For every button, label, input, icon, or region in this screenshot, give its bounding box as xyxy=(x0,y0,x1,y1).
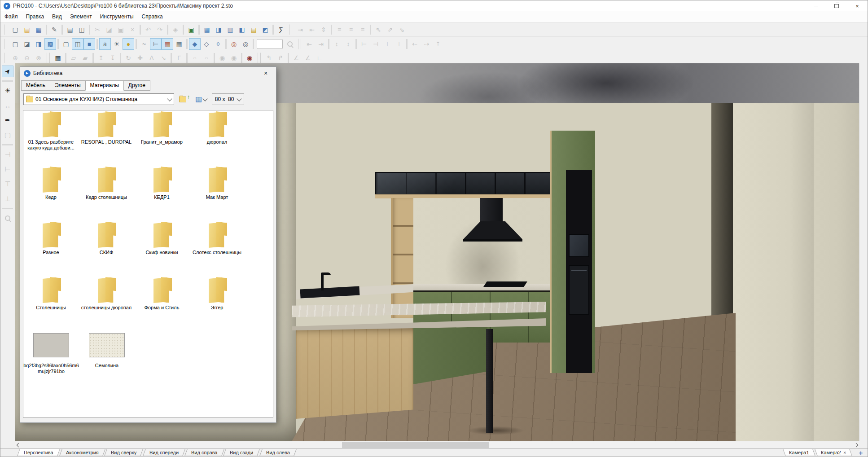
curve-button[interactable]: ~ xyxy=(138,38,150,50)
folder-item[interactable]: RESOPAL , DUROPAL xyxy=(79,110,134,166)
zoom-value-box[interactable] xyxy=(257,39,283,49)
redo-button[interactable]: ↷ xyxy=(154,24,166,35)
delete-button[interactable]: × xyxy=(127,24,138,35)
copy-button[interactable]: ◪ xyxy=(103,24,115,35)
separator[interactable] xyxy=(171,53,172,63)
snap-2-button[interactable]: ⇗ xyxy=(384,24,396,35)
separator[interactable] xyxy=(214,53,215,63)
folder-item[interactable]: столешницы дюропал xyxy=(79,276,134,331)
torus-button[interactable]: ◎ xyxy=(228,38,240,50)
separator[interactable] xyxy=(136,39,137,49)
push-right-button[interactable]: ⊖ xyxy=(21,52,33,64)
minimize-button[interactable] xyxy=(806,0,826,11)
group-button[interactable]: ▱ xyxy=(68,52,79,64)
diamond-outline-button[interactable]: ◇ xyxy=(201,38,212,50)
separator[interactable] xyxy=(183,25,184,35)
angle-button[interactable]: ∠ xyxy=(290,52,302,64)
camera-tab[interactable]: Камера2× xyxy=(815,449,852,456)
rotate-button[interactable]: ↻ xyxy=(123,52,134,64)
mirror-button[interactable]: Δ xyxy=(146,52,158,64)
separator[interactable] xyxy=(406,39,408,49)
view-sketch-button[interactable]: ◪ xyxy=(21,38,33,50)
wall-up-button[interactable]: ↰ xyxy=(263,52,275,64)
profile-button[interactable]: Г xyxy=(173,52,185,64)
properties-button[interactable]: ✎ xyxy=(48,24,60,35)
library-tab[interactable]: Материалы xyxy=(85,80,124,91)
grip[interactable] xyxy=(4,39,7,49)
add-camera-button[interactable]: + xyxy=(856,449,865,457)
price-list-button[interactable]: ◩ xyxy=(259,24,271,35)
zoom-button[interactable] xyxy=(284,38,296,50)
snap-grid-button[interactable]: ▦ xyxy=(173,38,185,50)
library-tab[interactable]: Другое xyxy=(123,80,150,91)
camera-tab[interactable]: Камера1 xyxy=(783,449,815,456)
folder-item[interactable]: СКИФ xyxy=(79,221,134,276)
folder-item[interactable]: Слотекс столешницы xyxy=(189,221,245,276)
angle-2-button[interactable]: ∠ xyxy=(302,52,314,64)
elements-list-button[interactable]: ▤ xyxy=(248,24,259,35)
view-tab[interactable]: Вид спереди xyxy=(143,449,185,456)
separator[interactable] xyxy=(46,25,47,35)
save-button[interactable]: ▦ xyxy=(33,24,44,35)
diamond-filled-button[interactable]: ◆ xyxy=(189,38,201,50)
menu-item[interactable]: Правка xyxy=(22,12,48,22)
dimension-tool[interactable]: ↔ xyxy=(2,100,13,111)
grid-button[interactable]: ▦ xyxy=(162,38,173,50)
menu-item[interactable]: Элемент xyxy=(66,12,96,22)
grip[interactable] xyxy=(4,53,7,63)
snap-3-button[interactable]: ⇘ xyxy=(396,24,408,35)
folder-item[interactable]: Кедр столешницы xyxy=(79,166,134,221)
push-left-button[interactable]: ⊕ xyxy=(9,52,21,64)
view-tab[interactable]: Вид слева xyxy=(259,449,297,456)
report-button[interactable]: ▦ xyxy=(201,24,213,35)
separator[interactable] xyxy=(167,25,168,35)
folder-item[interactable]: Гранит_и_мрамор xyxy=(134,110,189,166)
ellipse-button[interactable]: ○ xyxy=(189,52,201,64)
level-3-button[interactable]: ≡ xyxy=(357,24,368,35)
separator[interactable] xyxy=(253,39,254,49)
folder-path-dropdown[interactable]: 01 Основное для КУХНИ\2) Столешница xyxy=(23,93,174,105)
separator[interactable] xyxy=(198,25,200,35)
separator[interactable] xyxy=(65,53,66,63)
view-color-button[interactable]: ◨ xyxy=(33,38,44,50)
ellipse-2-button[interactable]: ○ xyxy=(201,52,212,64)
align-right-tool[interactable]: ⊢ xyxy=(2,163,13,175)
separator[interactable] xyxy=(225,39,227,49)
ungroup-button[interactable]: ▰ xyxy=(79,52,91,64)
rotate-up-button[interactable]: ⇡ xyxy=(432,38,444,50)
separator[interactable] xyxy=(331,25,332,35)
folder-up-button[interactable]: ↑ xyxy=(177,93,190,105)
library-tab[interactable]: Элементы xyxy=(50,80,86,91)
wall-down-button[interactable]: ↱ xyxy=(275,52,286,64)
thumbnail-size-dropdown[interactable]: 80 x 80 xyxy=(212,93,244,105)
paper-tool[interactable]: ▢ xyxy=(2,129,13,141)
separator[interactable] xyxy=(186,39,188,49)
report-preview-button[interactable]: ◨ xyxy=(213,24,224,35)
magnet-grid-button[interactable]: ▦ xyxy=(52,52,64,64)
collision-button[interactable]: ◉ xyxy=(244,52,255,64)
horizontal-scrollbar[interactable] xyxy=(15,441,859,448)
view-tab[interactable]: Вид сверху xyxy=(105,449,144,456)
folder-item[interactable]: Эггер xyxy=(189,276,245,331)
separator[interactable] xyxy=(61,25,63,35)
align-right-button[interactable]: ⊣ xyxy=(370,38,381,50)
separator[interactable] xyxy=(92,53,94,63)
separator[interactable] xyxy=(57,39,59,49)
separator[interactable] xyxy=(328,39,329,49)
text-labels-button[interactable]: a xyxy=(99,38,111,50)
folder-item[interactable]: Скиф новинки xyxy=(134,221,189,276)
view-contour-button[interactable]: ▢ xyxy=(60,38,72,50)
separator[interactable] xyxy=(89,25,90,35)
open-project-button[interactable]: ▤ xyxy=(21,24,33,35)
pull-narrow-button[interactable]: ⇥ xyxy=(294,24,306,35)
separator[interactable] xyxy=(140,25,141,35)
cut-button[interactable]: ✂ xyxy=(92,24,103,35)
menu-item[interactable]: Инструменты xyxy=(96,12,138,22)
calculate-button[interactable]: ∑ xyxy=(275,24,287,35)
align-top-tool[interactable]: ⊤ xyxy=(2,178,13,190)
folder-item[interactable]: Мак Март xyxy=(189,166,245,221)
insert-button[interactable]: ◈ xyxy=(170,24,181,35)
separator[interactable] xyxy=(241,53,242,63)
folder-item[interactable]: Форма и Стиль xyxy=(134,276,189,331)
zoom-area-tool[interactable] xyxy=(2,212,13,224)
